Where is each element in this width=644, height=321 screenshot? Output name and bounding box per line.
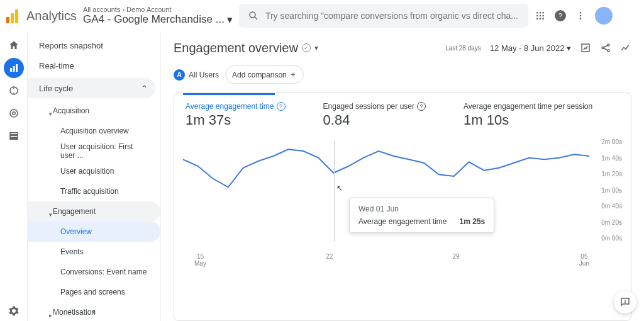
svg-rect-15 [13, 66, 14, 72]
chevron-up-icon: ⌃ [141, 84, 148, 93]
svg-point-10 [542, 18, 544, 20]
metric-avg-engagement-time[interactable]: Average engagement time ? 1m 37s [186, 102, 286, 128]
top-bar: Analytics All accounts › Demo Account GA… [0, 0, 644, 31]
analytics-logo-icon [6, 8, 21, 23]
svg-point-2 [536, 12, 538, 14]
nav-pages-screens[interactable]: Pages and screens [28, 282, 160, 302]
property-block: All accounts › Demo Account GA4 - Google… [83, 6, 233, 26]
search-input[interactable] [265, 11, 519, 21]
svg-point-7 [542, 15, 544, 17]
svg-rect-14 [10, 68, 12, 72]
left-rail [0, 31, 28, 321]
chevron-down-icon: ▾ [227, 13, 233, 26]
metrics-row: Average engagement time ? 1m 37s Engaged… [183, 97, 622, 135]
svg-point-8 [536, 18, 538, 20]
rail-configure-icon[interactable] [4, 126, 24, 146]
svg-rect-22 [10, 138, 18, 140]
help-icon[interactable]: ? [555, 10, 566, 21]
nav-events[interactable]: Events [28, 242, 160, 262]
metric-engaged-sessions[interactable]: Engaged sessions per user ? 0.84 [323, 102, 426, 128]
page-header: Engagement overview ✓ ▾ Last 28 days 12 … [161, 31, 644, 59]
svg-point-18 [10, 110, 18, 117]
rail-explore-icon[interactable] [4, 81, 24, 101]
nav-section-lifecycle[interactable]: Life cycle⌃ [28, 78, 155, 98]
svg-point-11 [580, 12, 582, 14]
feedback-button[interactable] [614, 291, 636, 313]
nav-reports-snapshot[interactable]: Reports snapshot [28, 35, 160, 55]
property-selector[interactable]: GA4 - Google Merchandise ... ▾ [83, 13, 233, 26]
rail-advertising-icon[interactable] [4, 103, 24, 123]
comparison-chip-all-users[interactable]: A All Users [174, 69, 219, 81]
svg-point-3 [540, 12, 541, 14]
metric-avg-engagement-per-session[interactable]: Average engagement time per session 1m 1… [464, 102, 592, 128]
cursor-icon: ↖ [336, 184, 343, 193]
date-range-label: Last 28 days [445, 45, 481, 52]
chart-tooltip: Wed 01 Jun Average engagement time 1m 25… [349, 198, 494, 233]
nav-engagement[interactable]: Engagement [28, 201, 160, 222]
page-title: Engagement overview ✓ ▾ [174, 41, 318, 55]
chevron-down-icon[interactable]: ▾ [314, 43, 318, 52]
reports-nav: Reports snapshot Real-time Life cycle⌃ A… [28, 31, 161, 321]
svg-point-28 [625, 302, 626, 303]
add-comparison-button[interactable]: Add comparison ＋ [225, 65, 304, 84]
plus-icon: ＋ [289, 69, 297, 80]
feedback-icon [619, 296, 631, 308]
svg-point-5 [536, 15, 538, 17]
chart-area[interactable]: 2m 00s1m 40s1m 20s1m 00s0m 40s0m 20s0m 0… [183, 141, 622, 267]
x-axis-labels: 15May222905Jun [194, 253, 589, 267]
svg-point-25 [608, 44, 609, 46]
logo[interactable]: Analytics [6, 8, 77, 23]
status-ok-icon[interactable]: ✓ [302, 43, 311, 52]
engagement-card: Average engagement time ? 1m 37s Engaged… [174, 93, 631, 321]
active-tab-indicator [183, 93, 275, 95]
svg-point-9 [540, 18, 541, 20]
top-actions: ? [535, 7, 613, 25]
main-content: Engagement overview ✓ ▾ Last 28 days 12 … [161, 31, 644, 321]
help-icon[interactable]: ? [417, 102, 426, 111]
svg-rect-20 [10, 133, 18, 135]
customize-icon[interactable] [580, 42, 591, 54]
svg-point-12 [580, 15, 582, 17]
tooltip-date: Wed 01 Jun [358, 205, 485, 213]
brand-name: Analytics [26, 9, 77, 23]
svg-rect-21 [10, 135, 18, 137]
avatar[interactable] [595, 7, 613, 25]
y-axis-labels: 2m 00s1m 40s1m 20s1m 00s0m 40s0m 20s0m 0… [601, 138, 622, 242]
nav-acquisition-overview[interactable]: Acquisition overview [28, 121, 160, 141]
nav-user-acquisition-first[interactable]: User acquisition: First user ... [28, 141, 160, 161]
insights-icon[interactable] [620, 42, 631, 54]
svg-point-13 [580, 18, 582, 20]
nav-engagement-overview[interactable]: Overview [28, 222, 160, 242]
svg-point-19 [12, 112, 15, 115]
svg-point-0 [250, 12, 255, 18]
rail-home-icon[interactable] [4, 35, 24, 55]
svg-line-1 [255, 17, 257, 20]
nav-traffic-acquisition[interactable]: Traffic acquisition [28, 181, 160, 201]
nav-conversions[interactable]: Conversions: Event name [28, 262, 160, 282]
svg-point-24 [602, 47, 604, 49]
property-name: GA4 - Google Merchandise ... [83, 13, 225, 26]
nav-realtime[interactable]: Real-time [28, 55, 160, 76]
nav-user-acquisition[interactable]: User acquisition [28, 161, 160, 181]
rail-settings-icon[interactable] [4, 301, 24, 321]
svg-point-4 [542, 12, 544, 14]
tooltip-value: 1m 25s [460, 217, 486, 226]
svg-point-6 [540, 15, 541, 17]
search-icon [248, 10, 259, 21]
chip-badge-icon: A [174, 69, 185, 81]
date-range-picker[interactable]: 12 May - 8 Jun 2022 ▾ [490, 43, 571, 53]
comparison-row: A All Users Add comparison ＋ [161, 59, 644, 93]
more-icon[interactable] [575, 10, 586, 21]
account-breadcrumb[interactable]: All accounts › Demo Account [83, 6, 233, 13]
hover-guideline [334, 141, 335, 242]
nav-acquisition[interactable]: Acquisition [28, 101, 160, 121]
svg-rect-16 [16, 64, 18, 72]
share-icon[interactable] [600, 42, 611, 54]
nav-collapse-icon[interactable]: ‹ [92, 306, 96, 317]
svg-point-26 [608, 50, 609, 52]
search-bar[interactable] [239, 4, 528, 28]
apps-icon[interactable] [535, 10, 546, 21]
rail-reports-icon[interactable] [4, 58, 24, 78]
help-icon[interactable]: ? [277, 102, 286, 111]
tooltip-metric: Average engagement time [358, 217, 447, 226]
